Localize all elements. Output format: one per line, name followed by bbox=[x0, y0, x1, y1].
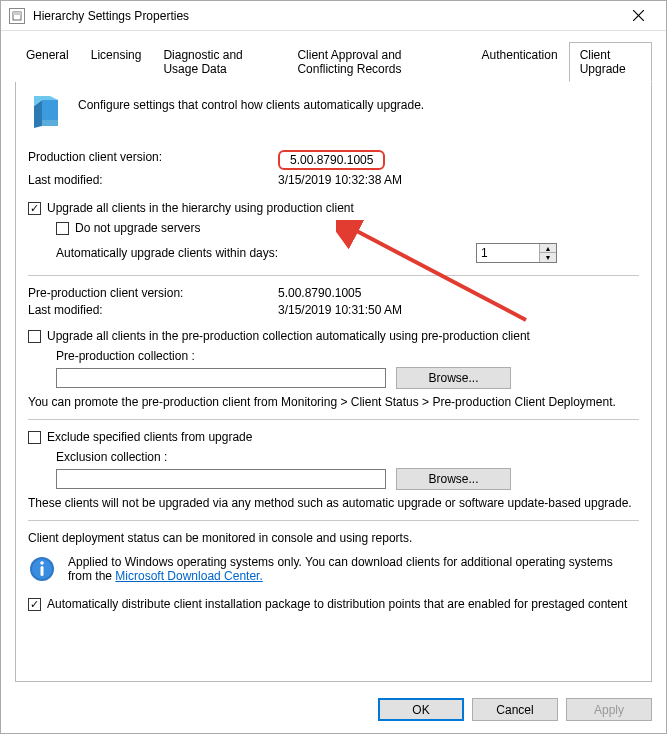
exclusion-collection-input[interactable] bbox=[56, 469, 386, 489]
window-title: Hierarchy Settings Properties bbox=[33, 9, 618, 23]
preprod-collection-label: Pre-production collection : bbox=[56, 349, 639, 363]
spinner-up-button[interactable]: ▲ bbox=[540, 244, 556, 253]
info-icon bbox=[28, 555, 56, 583]
app-icon bbox=[9, 8, 25, 24]
titlebar: Hierarchy Settings Properties bbox=[1, 1, 666, 31]
preprod-modified-label: Last modified: bbox=[28, 303, 278, 317]
intro-section: Configure settings that control how clie… bbox=[28, 96, 639, 132]
annotation-arrow bbox=[336, 220, 536, 340]
spinner-down-button[interactable]: ▼ bbox=[540, 253, 556, 262]
exclusion-browse-button[interactable]: Browse... bbox=[396, 468, 511, 490]
exclude-row: Exclude specified clients from upgrade bbox=[28, 430, 639, 444]
svg-rect-1 bbox=[13, 12, 21, 15]
preprod-collection-input[interactable] bbox=[56, 368, 386, 388]
preprod-modified-row: Last modified: 3/15/2019 10:31:50 AM bbox=[28, 303, 639, 317]
upgrade-preprod-label: Upgrade all clients in the pre-productio… bbox=[47, 329, 530, 343]
preprod-browse-button[interactable]: Browse... bbox=[396, 367, 511, 389]
tab-client-upgrade[interactable]: Client Upgrade bbox=[569, 42, 652, 82]
preprod-version-row: Pre-production client version: 5.00.8790… bbox=[28, 286, 639, 300]
tab-diagnostic[interactable]: Diagnostic and Usage Data bbox=[152, 42, 286, 82]
auto-distribute-checkbox[interactable] bbox=[28, 598, 41, 611]
prod-version-value: 5.00.8790.1005 bbox=[278, 150, 385, 170]
preprod-version-label: Pre-production client version: bbox=[28, 286, 278, 300]
svg-rect-7 bbox=[42, 120, 58, 126]
close-icon bbox=[633, 10, 644, 21]
prod-modified-row: Last modified: 3/15/2019 10:32:38 AM bbox=[28, 173, 639, 187]
auto-distribute-label: Automatically distribute client installa… bbox=[47, 597, 627, 611]
separator bbox=[28, 275, 639, 276]
auto-days-row: Automatically upgrade clients within day… bbox=[56, 243, 639, 263]
separator bbox=[28, 520, 639, 521]
dialog-buttons: OK Cancel Apply bbox=[1, 690, 666, 733]
tab-general[interactable]: General bbox=[15, 42, 80, 82]
intro-text: Configure settings that control how clie… bbox=[78, 96, 424, 112]
tab-strip: General Licensing Diagnostic and Usage D… bbox=[15, 41, 652, 82]
upgrade-preprod-row: Upgrade all clients in the pre-productio… bbox=[28, 329, 639, 343]
tab-authentication[interactable]: Authentication bbox=[471, 42, 569, 82]
prod-modified-label: Last modified: bbox=[28, 173, 278, 187]
exclude-checkbox[interactable] bbox=[28, 431, 41, 444]
server-icon bbox=[28, 96, 64, 132]
client-upgrade-panel: Configure settings that control how clie… bbox=[15, 82, 652, 682]
prod-version-row: Production client version: 5.00.8790.100… bbox=[28, 150, 639, 170]
exclude-label: Exclude specified clients from upgrade bbox=[47, 430, 252, 444]
info-row: Applied to Windows operating systems onl… bbox=[28, 555, 639, 583]
auto-days-spinner: ▲ ▼ bbox=[476, 243, 557, 263]
promote-note: You can promote the pre-production clien… bbox=[28, 395, 639, 409]
download-center-link[interactable]: Microsoft Download Center. bbox=[115, 569, 262, 583]
svg-point-10 bbox=[40, 561, 44, 565]
cancel-button[interactable]: Cancel bbox=[472, 698, 558, 721]
upgrade-hierarchy-label: Upgrade all clients in the hierarchy usi… bbox=[47, 201, 354, 215]
preprod-version-value: 5.00.8790.1005 bbox=[278, 286, 639, 300]
no-servers-checkbox[interactable] bbox=[56, 222, 69, 235]
no-servers-row: Do not upgrade servers bbox=[56, 221, 639, 235]
exclusion-collection-label: Exclusion collection : bbox=[56, 450, 639, 464]
separator bbox=[28, 419, 639, 420]
tab-client-approval[interactable]: Client Approval and Conflicting Records bbox=[286, 42, 470, 82]
upgrade-preprod-checkbox[interactable] bbox=[28, 330, 41, 343]
close-button[interactable] bbox=[618, 2, 658, 30]
no-servers-label: Do not upgrade servers bbox=[75, 221, 200, 235]
tab-licensing[interactable]: Licensing bbox=[80, 42, 153, 82]
ok-button[interactable]: OK bbox=[378, 698, 464, 721]
apply-button: Apply bbox=[566, 698, 652, 721]
auto-days-label: Automatically upgrade clients within day… bbox=[56, 246, 476, 260]
exclusion-collection-row: Browse... bbox=[56, 468, 639, 490]
svg-rect-11 bbox=[41, 566, 44, 576]
deploy-status-note: Client deployment status can be monitore… bbox=[28, 531, 639, 545]
upgrade-hierarchy-checkbox[interactable] bbox=[28, 202, 41, 215]
auto-days-input[interactable] bbox=[477, 244, 539, 262]
preprod-collection-row: Browse... bbox=[56, 367, 639, 389]
preprod-modified-value: 3/15/2019 10:31:50 AM bbox=[278, 303, 639, 317]
upgrade-hierarchy-row: Upgrade all clients in the hierarchy usi… bbox=[28, 201, 639, 215]
prod-version-label: Production client version: bbox=[28, 150, 278, 170]
info-text: Applied to Windows operating systems onl… bbox=[68, 555, 639, 583]
auto-distribute-row: Automatically distribute client installa… bbox=[28, 597, 639, 611]
prod-modified-value: 3/15/2019 10:32:38 AM bbox=[278, 173, 639, 187]
exclude-note: These clients will not be upgraded via a… bbox=[28, 496, 639, 510]
